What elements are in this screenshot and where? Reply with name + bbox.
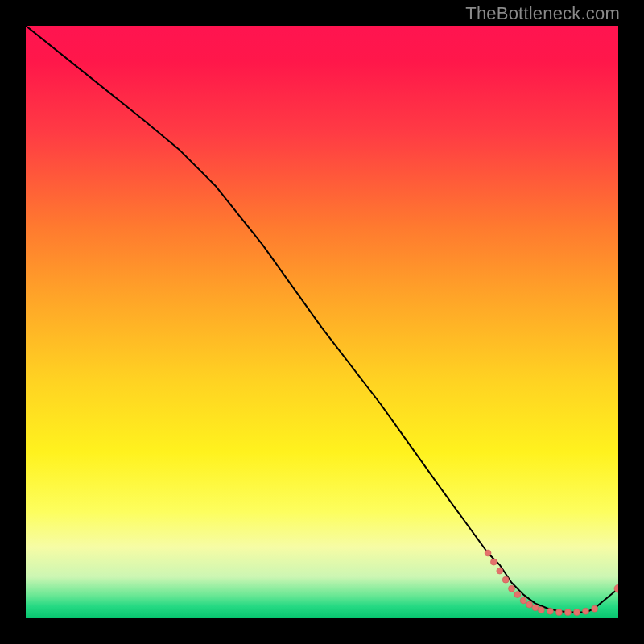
data-marker (574, 609, 580, 616)
data-marker (514, 592, 521, 598)
data-marker (564, 609, 571, 616)
data-marker (497, 568, 503, 574)
data-marker (490, 559, 497, 565)
data-marker (520, 597, 526, 604)
data-marker (502, 576, 509, 583)
curve-group (26, 26, 618, 613)
data-marker (532, 605, 539, 611)
data-marker (509, 585, 515, 592)
data-marker (583, 608, 589, 614)
data-marker (547, 608, 553, 614)
data-marker (592, 605, 598, 612)
data-marker (526, 601, 533, 608)
data-marker (485, 550, 491, 556)
bottleneck-curve (26, 26, 618, 613)
data-marker (538, 607, 544, 613)
watermark-label: TheBottleneck.com (465, 3, 620, 24)
data-marker (555, 609, 562, 616)
bottleneck-curve-overlay (26, 26, 618, 618)
chart-frame: TheBottleneck.com (0, 0, 644, 644)
